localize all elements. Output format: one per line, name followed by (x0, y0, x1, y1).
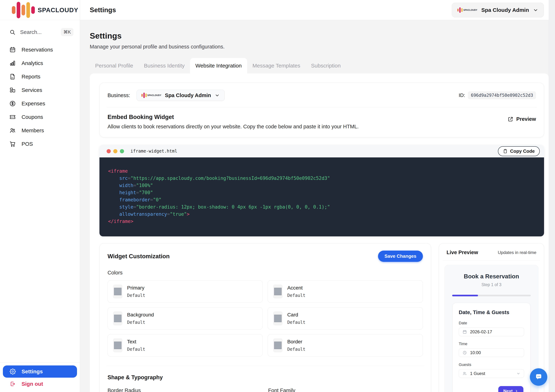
business-logo-icon: SPACLOUDY (141, 93, 161, 98)
brand-logo: SPACLOUDY (12, 2, 78, 18)
preview-button[interactable]: Preview (508, 116, 536, 122)
chat-bubble-icon (534, 373, 543, 381)
top-header: Settings SPACLOUDY Spa Cloudy Admin (80, 0, 555, 20)
business-id-value: 696d9a2974bf50e0902c52d3 (468, 91, 536, 99)
color-card-background[interactable]: BackgroundDefault (108, 307, 263, 330)
color-swatch[interactable] (273, 312, 283, 325)
color-swatch[interactable] (273, 284, 283, 298)
sidebar-item-label: Members (22, 127, 44, 134)
live-preview-card: Live Preview Updates in real-time Book a… (439, 243, 544, 392)
code-titlebar: iframe-widget.html Copy Code (99, 145, 544, 157)
tab-personal-profile[interactable]: Personal Profile (90, 58, 139, 73)
border-radius-label: Border Radius (108, 387, 244, 392)
sidebar-item-services[interactable]: Services (0, 83, 80, 97)
ticket-icon (9, 114, 16, 120)
sign-out-button[interactable]: Sign out (3, 378, 77, 390)
save-changes-button[interactable]: Save Changes (378, 251, 423, 262)
time-value: 10:00 (470, 350, 481, 355)
copy-code-button[interactable]: Copy Code (498, 146, 540, 156)
sidebar-item-label: Coupons (22, 114, 43, 120)
app-root: SPACLOUDY Search... ⌘K Reservations Anal… (0, 0, 555, 392)
tab-message-templates[interactable]: Message Templates (247, 58, 306, 73)
code-close-tag: </iframe> (108, 219, 133, 224)
sidebar-item-reservations[interactable]: Reservations (0, 43, 80, 56)
sidebar-item-expenses[interactable]: Expenses (0, 97, 80, 110)
business-select[interactable]: SPACLOUDY Spa Cloudy Admin (137, 90, 225, 101)
chevron-down-icon (215, 93, 220, 98)
sidebar-item-reports[interactable]: Reports (0, 70, 80, 83)
sidebar-item-label: Services (22, 87, 42, 93)
window-traffic-lights-icon (107, 149, 124, 153)
tab-content-panel: Business: SPACLOUDY Spa Cloudy Admin ID:… (90, 73, 549, 392)
booking-section-title: Date, Time & Guests (459, 309, 524, 315)
sidebar-item-label: POS (22, 141, 33, 147)
booking-step-indicator: Step 1 of 3 (450, 282, 533, 287)
shape-typography-title: Shape & Typography (108, 374, 423, 381)
sidebar-item-members[interactable]: Members (0, 124, 80, 137)
clock-icon (463, 350, 467, 355)
gear-icon (10, 369, 16, 375)
booking-progress-bar (452, 295, 531, 296)
date-input[interactable]: 2026-02-17 (459, 327, 524, 336)
color-swatch[interactable] (273, 338, 283, 352)
sidebar: SPACLOUDY Search... ⌘K Reservations Anal… (0, 0, 80, 392)
main-area: Settings SPACLOUDY Spa Cloudy Admin Sett… (80, 0, 555, 392)
business-card: Business: SPACLOUDY Spa Cloudy Admin ID:… (99, 83, 544, 137)
search-shortcut-badge: ⌘K (61, 28, 73, 36)
color-card-card[interactable]: CardDefault (268, 307, 423, 330)
cart-icon (9, 141, 16, 147)
sidebar-item-label: Expenses (22, 101, 45, 107)
tab-business-identity[interactable]: Business Identity (139, 58, 190, 73)
settings-tabs: Personal Profile Business Identity Websi… (90, 57, 555, 73)
code-open-tag: <iframe (108, 168, 128, 174)
embed-section-title: Embed Booking Widget (108, 114, 359, 120)
account-switcher-button[interactable]: SPACLOUDY Spa Cloudy Admin (452, 3, 544, 17)
settings-label: Settings (22, 369, 43, 375)
color-card-primary[interactable]: PrimaryDefault (108, 280, 263, 303)
business-id-label: ID: (459, 92, 465, 98)
booking-widget-preview: Book a Reservation Step 1 of 3 Date, Tim… (445, 265, 539, 392)
next-button[interactable]: Next (498, 386, 523, 392)
color-grid: PrimaryDefault AccentDefault BackgroundD… (108, 280, 423, 356)
guests-label: Guests (459, 362, 524, 367)
chevron-down-icon (516, 371, 520, 376)
embed-section-description: Allow clients to book reservations direc… (108, 124, 359, 130)
sidebar-item-label: Reports (22, 73, 40, 80)
bar-chart-icon (9, 60, 16, 66)
time-label: Time (459, 341, 524, 346)
page-subtitle: Manage your personal profile and busines… (90, 44, 555, 50)
sidebar-header: SPACLOUDY (0, 0, 80, 20)
logo-bars-icon (12, 2, 35, 18)
sidebar-item-analytics[interactable]: Analytics (0, 56, 80, 70)
chat-launcher-button[interactable] (530, 368, 547, 386)
external-link-icon (508, 116, 513, 122)
account-logo-icon: SPACLOUDY (457, 7, 477, 13)
search-input[interactable]: Search... ⌘K (7, 25, 76, 39)
time-input[interactable]: 10:00 (459, 348, 524, 357)
widget-customization-card: Widget Customization Save Changes Colors… (99, 243, 431, 392)
color-card-accent[interactable]: AccentDefault (268, 280, 423, 303)
date-value: 2026-02-17 (470, 329, 492, 334)
color-card-text[interactable]: TextDefault (108, 334, 263, 356)
chevron-down-icon (533, 7, 538, 13)
tab-website-integration[interactable]: Website Integration (190, 58, 247, 73)
scrollbar-gutter[interactable] (549, 0, 555, 392)
dollar-circle-icon (9, 100, 16, 107)
tab-subscription[interactable]: Subscription (306, 58, 346, 73)
sidebar-item-pos[interactable]: POS (0, 137, 80, 151)
color-card-border[interactable]: BorderDefault (268, 334, 423, 356)
sign-out-label: Sign out (22, 381, 43, 387)
sidebar-item-settings[interactable]: Settings (3, 365, 77, 378)
sidebar-item-coupons[interactable]: Coupons (0, 110, 80, 124)
sidebar-nav: Reservations Analytics Reports Services … (0, 42, 80, 152)
brand-name: SPACLOUDY (38, 7, 78, 14)
booking-step-card: Date, Time & Guests Date 2026-02-17 Time (453, 303, 530, 392)
color-swatch[interactable] (113, 338, 122, 352)
color-swatch[interactable] (113, 284, 122, 298)
booking-progress-fill (452, 295, 478, 296)
color-swatch[interactable] (113, 312, 122, 325)
page-title: Settings (90, 31, 555, 41)
widget-customization-title: Widget Customization (108, 253, 170, 260)
guests-select[interactable]: 1 Guest (459, 369, 524, 378)
font-family-group: Font Family System Inter Poppins DM Sans… (268, 387, 423, 392)
